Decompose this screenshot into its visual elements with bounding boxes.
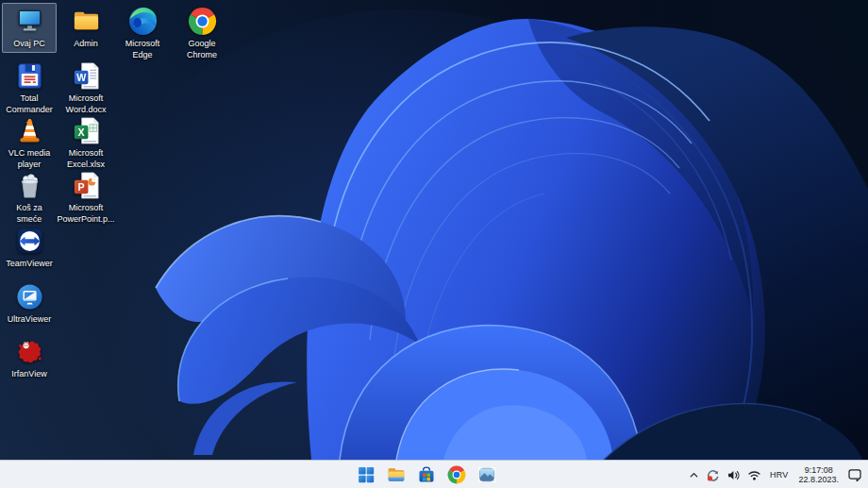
powerpoint-document-icon: P [72,171,101,200]
desktop-icon-powerpoint[interactable]: P Microsoft PowerPoint.p... [58,167,113,227]
total-commander-icon [15,61,44,91]
desktop-icon-vlc[interactable]: VLC media player [2,112,57,173]
desktop-icon-recycle-bin[interactable]: Koš za smeće [2,167,57,227]
desktop-icon-irfanview[interactable]: IrfanView [2,333,57,383]
volume-button[interactable] [724,463,743,486]
language-indicator[interactable]: HRV [765,463,793,486]
desktop-icon-label: Ovaj PC [13,39,45,50]
irfanview-icon [15,337,44,366]
chrome-icon [447,465,466,484]
ultraviewer-icon [15,282,44,311]
notification-bubble-icon [847,467,862,482]
network-button[interactable] [744,463,764,486]
svg-text:W: W [76,72,87,83]
desktop-icon-label: IrfanView [11,369,46,380]
edge-icon [128,7,158,36]
vlc-icon [15,116,44,145]
photos-icon [477,465,496,484]
desktop-icon-label: Admin [74,39,98,50]
start-button[interactable] [353,463,379,487]
desktop-icon-label: Koš za smeće [3,203,56,225]
taskbar-center-buttons [353,461,500,488]
desktop-icon-label: Microsoft PowerPoint.p... [57,203,114,225]
system-tray: HRV 9:17:08 22.8.2023. [686,461,865,488]
hidden-icons-button[interactable] [686,463,702,486]
desktop-icon-excel-xlsx[interactable]: X Microsoft Excel.xlsx [58,112,113,173]
this-pc-icon [15,7,44,36]
windows-start-icon [357,465,376,484]
word-document-icon: W [72,61,101,91]
clock-date: 22.8.2023. [798,475,839,485]
microsoft-store-button[interactable] [413,463,440,487]
desktop-icon-ultraviewer[interactable]: UltraViewer [2,278,57,328]
google-chrome-button[interactable] [443,463,470,487]
teamviewer-icon [15,227,44,256]
taskbar: HRV 9:17:08 22.8.2023. [0,460,868,488]
clock-time: 9:17:08 [798,465,839,476]
desktop: Ovaj PC Admin Microsoft Edge [0,0,868,460]
speaker-icon [726,468,741,482]
excel-document-icon: X [72,116,101,145]
recycle-bin-icon [15,171,44,200]
folder-icon [72,7,101,36]
desktop-icon-teamviewer[interactable]: TeamViewer [2,223,57,273]
wifi-icon [747,468,761,482]
teamviewer-tray-button[interactable] [703,463,723,486]
taskbar-clock[interactable]: 9:17:08 22.8.2023. [793,463,843,486]
desktop-icon-admin[interactable]: Admin [58,3,113,53]
desktop-icon-google-chrome[interactable]: Google Chrome [175,3,229,63]
notification-center-button[interactable] [844,463,865,486]
desktop-icon-label: TeamViewer [6,259,52,270]
desktop-icon-label: UltraViewer [8,314,51,326]
desktop-icon-ovaj-pc[interactable]: Ovaj PC [2,3,57,53]
photos-button[interactable] [474,463,500,487]
svg-text:X: X [77,126,84,138]
microsoft-store-icon [417,465,436,484]
desktop-icon-word-docx[interactable]: W Microsoft Word.docx [58,58,113,118]
chrome-icon [188,7,217,36]
desktop-icon-label: Microsoft Edge [116,39,169,60]
desktop-icon-label: Google Chrome [175,39,228,60]
file-explorer-icon [387,465,406,484]
chevron-up-icon [689,470,699,480]
svg-text:P: P [77,181,84,193]
file-explorer-button[interactable] [383,463,409,487]
teamviewer-tray-icon [706,468,720,482]
desktop-icon-microsoft-edge[interactable]: Microsoft Edge [115,3,170,63]
